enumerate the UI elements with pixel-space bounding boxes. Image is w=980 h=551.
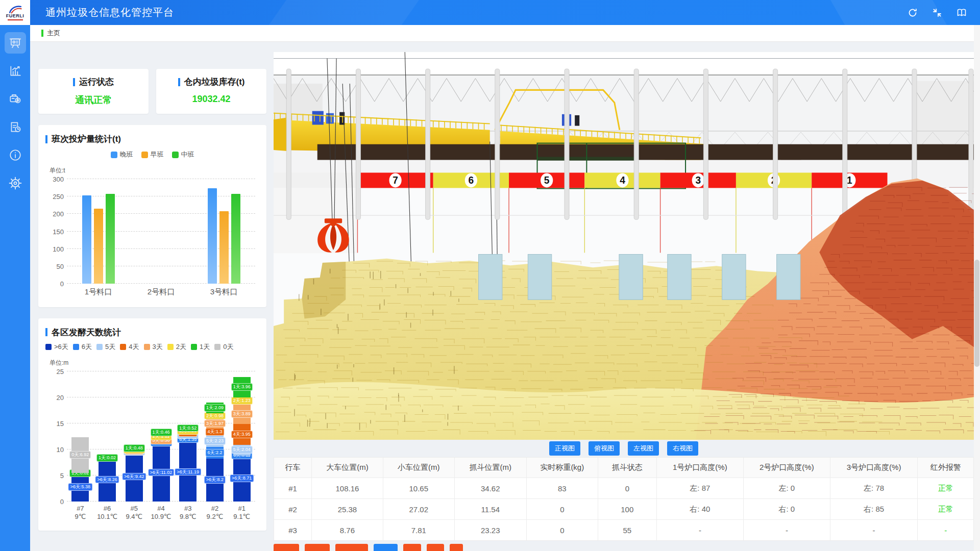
app-logo: FUERLI [0, 0, 30, 25]
table-cell: 右: 85 [830, 499, 917, 520]
table-header-3号炉口高度(%): 3号炉口高度(%) [830, 458, 917, 478]
segment->6天-#4 [153, 444, 170, 501]
legend-swatch [167, 344, 174, 350]
view-button-俯视图[interactable]: 俯视图 [589, 441, 620, 456]
table-header-2号炉口高度(%): 2号炉口高度(%) [743, 458, 830, 478]
shift-chart-plot: 050100150200250300 [67, 179, 255, 284]
legend-label: 0天 [223, 342, 233, 352]
legend-item->6天[interactable]: >6天 [45, 342, 68, 352]
bottom-button-2[interactable] [305, 544, 330, 551]
segment-5天-#3 [179, 434, 197, 436]
x-category-label: 3号料口 [192, 287, 255, 297]
3d-warehouse-scene[interactable]: 7654321 [274, 52, 974, 440]
table-cell: 25.38 [312, 499, 383, 520]
table-cell: 108.16 [312, 478, 383, 499]
bottom-button-5[interactable] [403, 544, 421, 551]
segment-1天-#6 [99, 458, 116, 458]
fermentation-chart-title: 各区发酵天数统计 [52, 327, 121, 338]
table-cell: 右: 0 [743, 499, 830, 520]
sidebar-item-report[interactable] [5, 116, 26, 138]
page-title: 通州垃圾仓信息化管控平台 [45, 6, 174, 19]
legend-label: 4天 [129, 342, 139, 352]
manual-icon[interactable] [957, 8, 967, 18]
bottom-button-7[interactable] [450, 544, 463, 551]
y-tick-label: 15 [46, 420, 64, 428]
legend-item-中班[interactable]: 中班 [172, 150, 194, 159]
table-cell: 11.54 [454, 499, 526, 520]
table-header-抓斗位置(m): 抓斗位置(m) [454, 458, 526, 478]
segment-2天-#2 [206, 413, 224, 418]
scrollbar-thumb[interactable] [974, 260, 979, 367]
bottom-button-6[interactable] [427, 544, 444, 551]
gear-icon [9, 177, 22, 190]
x-category-label: #410.9℃ [148, 505, 175, 522]
gridline [67, 397, 255, 397]
run-status-value: 通讯正常 [44, 94, 142, 106]
inventory-title: 仓内垃圾库存(t) [184, 76, 245, 88]
legend-item-0天[interactable]: 0天 [214, 342, 233, 352]
y-tick-label: 5 [46, 472, 64, 480]
shift-chart-legend: 晚班早班中班 [45, 150, 259, 159]
legend-item-晚班[interactable]: 晚班 [111, 150, 133, 159]
sidebar-item-device[interactable] [5, 88, 26, 110]
y-tick-label: 50 [46, 263, 64, 270]
legend-label: 早班 [151, 150, 164, 159]
legend-swatch [45, 344, 52, 350]
shift-chart-title: 班次投炉量统计(t) [52, 133, 121, 145]
fermentation-chart-xaxis: #79℃#610.1℃#59.4℃#410.9℃#39.8℃#29.2℃#19.… [67, 505, 255, 522]
table-cell: #2 [274, 499, 312, 520]
shift-chart-xaxis: 1号料口2号料口3号料口 [67, 287, 255, 297]
sidebar-item-settings[interactable] [5, 172, 26, 194]
y-tick-label: 150 [46, 228, 64, 236]
table-header-小车位置(m): 小车位置(m) [383, 458, 454, 478]
fermentation-chart-card: 各区发酵天数统计 >6天6天5天4天3天2天1天0天 单位:m 05101520… [38, 318, 266, 531]
segment-3天-#5 [126, 450, 143, 452]
segment-2天-#3 [179, 430, 197, 433]
legend-item-2天[interactable]: 2天 [167, 342, 186, 352]
bottom-button-1[interactable] [274, 544, 299, 551]
legend-swatch [144, 344, 150, 350]
table-cell: 正常 [918, 499, 974, 520]
breadcrumb-home[interactable]: 主页 [47, 29, 60, 38]
bottom-button-4[interactable] [374, 544, 398, 551]
table-cell: 左: 0 [743, 478, 830, 499]
legend-item-1天[interactable]: 1天 [191, 342, 210, 352]
logo-swoosh-icon [8, 5, 23, 14]
x-category-label: #79℃ [67, 505, 94, 522]
sidebar [0, 25, 30, 551]
view-button-左视图[interactable]: 左视图 [628, 441, 659, 456]
segment-4天-#1 [233, 424, 251, 444]
segment-6天-#3 [179, 436, 197, 443]
logo-text: FUERLI [6, 14, 24, 18]
view-button-正视图[interactable]: 正视图 [549, 441, 580, 456]
segment-6天-#1 [233, 456, 251, 456]
segment-5天-#2 [206, 436, 224, 447]
bay-number-7: 7 [393, 174, 398, 186]
fermentation-chart-legend: >6天6天5天4天3天2天1天0天 [45, 342, 259, 352]
sidebar-item-info[interactable] [5, 144, 26, 166]
sidebar-item-dashboard[interactable] [5, 32, 26, 54]
x-category-label: #610.1℃ [94, 505, 121, 522]
table-header-1号炉口高度(%): 1号炉口高度(%) [656, 458, 743, 478]
segment->6天-#5 [126, 452, 143, 501]
legend-item-早班[interactable]: 早班 [141, 150, 164, 159]
fermentation-chart-unit: 单位:m [50, 359, 259, 367]
trend-chart-icon [9, 64, 22, 78]
segment->6天-#6 [99, 458, 116, 501]
legend-item-6天[interactable]: 6天 [73, 342, 92, 352]
legend-item-3天[interactable]: 3天 [144, 342, 163, 352]
bar-早班-3号料口 [219, 211, 229, 284]
view-button-右视图[interactable]: 右视图 [667, 441, 698, 456]
segment-3天-#1 [233, 404, 251, 424]
table-header-红外报警: 红外报警 [918, 458, 974, 478]
table-cell: 7.81 [383, 520, 454, 541]
y-tick-label: 10 [46, 446, 64, 454]
legend-item-5天[interactable]: 5天 [96, 342, 115, 352]
legend-item-4天[interactable]: 4天 [120, 342, 139, 352]
table-cell: 55 [598, 520, 656, 541]
bottom-button-3[interactable] [335, 544, 368, 551]
segment-1天-#4 [153, 432, 170, 434]
sidebar-item-statistics[interactable] [5, 60, 26, 82]
run-status-title: 运行状态 [79, 76, 114, 88]
inventory-value: 19032.42 [162, 94, 260, 105]
